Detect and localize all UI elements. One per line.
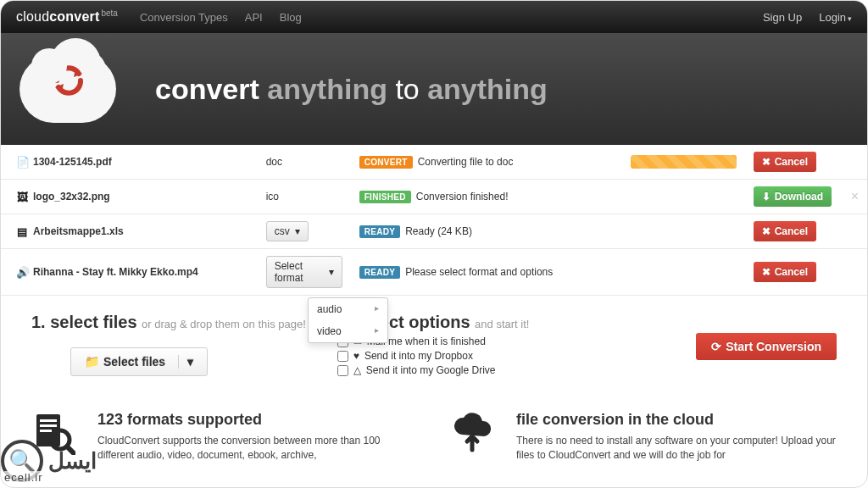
nav-blog[interactable]: Blog [280,11,302,24]
chevron-right-icon: ▸ [375,303,379,315]
chevron-down-icon: ▾ [329,266,334,278]
cancel-icon: ✖ [762,266,771,278]
format-text: doc [266,156,282,168]
file-name: 🔊Rihanna - Stay ft. Mikky Ekko.mp4 [16,266,249,279]
dropdown-item[interactable]: video▸ [309,320,387,342]
file-icon: ▤ [16,225,28,238]
format-dropdown[interactable]: audio▸video▸ [308,297,388,343]
table-row: 🔊Rihanna - Stay ft. Mikky Ekko.mp4Select… [1,249,867,296]
svg-rect-3 [40,430,52,432]
chevron-down-icon[interactable]: ▾ [178,355,193,369]
signup-link[interactable]: Sign Up [763,11,802,24]
file-icon: 🔊 [16,266,28,279]
file-icon: 📄 [16,156,28,169]
table-row: 🖼logo_32x32.pngicoFINISHEDConversion fin… [1,180,867,214]
chevron-down-icon: ▾ [848,14,852,23]
close-icon[interactable]: × [851,189,859,203]
nav-conversion-types[interactable]: Conversion Types [140,11,228,24]
feature-body: There is no need to install any software… [516,434,837,463]
feature-body: CloudConvert supports the conversion bet… [97,434,418,463]
option-icon: ♥ [353,350,359,362]
watermark: 🔍 ایسل ecell.ir [1,440,97,482]
status-text: Converting file to doc [418,156,514,168]
option-icon: △ [353,364,361,376]
table-row: ▤Arbeitsmappe1.xlscsv ▾READYReady (24 KB… [1,214,867,249]
cancel-button[interactable]: ✖ Cancel [754,262,816,282]
svg-rect-1 [40,419,57,422]
file-name: 🖼logo_32x32.png [16,191,249,203]
cloud-upload-icon [450,411,504,464]
format-select-button[interactable]: Select format ▾ [266,256,342,288]
step-select-files: 1. select files or drag & drop them on t… [31,313,310,376]
files-table: 📄1304-125145.pdfdocCONVERTConverting fil… [1,145,867,296]
file-name: 📄1304-125145.pdf [16,156,249,169]
status-badge: READY [359,225,401,238]
cancel-icon: ✖ [762,225,771,237]
status-badge: READY [359,266,401,279]
download-button[interactable]: ⬇ Download [754,186,832,207]
upload-icon: 📁 [85,355,99,369]
checkbox-input[interactable] [337,365,348,376]
status-text: Ready (24 KB) [405,225,472,237]
select-files-button[interactable]: 📁 Select files ▾ [70,347,208,376]
start-conversion-button[interactable]: ⟳ Start Conversion [696,333,837,360]
status-text: Conversion finished! [416,191,509,202]
brand-logo[interactable]: cloudconvert [16,9,99,25]
cancel-button[interactable]: ✖ Cancel [754,152,816,172]
hero-banner: convert anything to anything [1,33,867,145]
checkbox-input[interactable] [337,351,348,362]
login-link[interactable]: Login▾ [819,11,852,24]
file-icon: 🖼 [16,191,28,203]
cancel-icon: ✖ [762,156,771,168]
nav-links: Conversion Types API Blog [140,11,302,24]
status-text: Please select format and options [405,266,553,278]
feature-title: 123 formats supported [97,411,418,429]
nav-api[interactable]: API [245,11,263,24]
topbar: cloudconvert beta Conversion Types API B… [1,1,867,33]
file-name: ▤Arbeitsmappe1.xls [16,225,249,238]
dropdown-item[interactable]: audio▸ [309,298,387,320]
option-label: Send it into my Google Drive [366,364,496,376]
tagline: convert anything to anything [155,73,548,106]
status-badge: CONVERT [359,156,413,169]
cloud-logo-icon [19,55,116,123]
table-row: 📄1304-125145.pdfdocCONVERTConverting fil… [1,145,867,180]
status-badge: FINISHED [359,191,411,203]
svg-rect-2 [40,424,57,427]
cancel-button[interactable]: ✖ Cancel [754,221,816,241]
option-label: Send it into my Dropbox [364,350,473,362]
chevron-right-icon: ▸ [375,325,379,337]
progress-bar [631,155,737,169]
format-select-button[interactable]: csv ▾ [266,221,309,241]
feature-cloud: file conversion in the cloud There is no… [450,411,837,464]
option-checkbox[interactable]: ♥Send it into my Dropbox [337,350,669,362]
beta-tag: beta [101,8,117,18]
download-icon: ⬇ [762,191,771,202]
format-text: ico [266,191,279,202]
chevron-down-icon: ▾ [295,225,300,237]
feature-title: file conversion in the cloud [516,411,837,429]
refresh-icon: ⟳ [711,340,721,353]
option-checkbox[interactable]: △Send it into my Google Drive [337,364,669,376]
